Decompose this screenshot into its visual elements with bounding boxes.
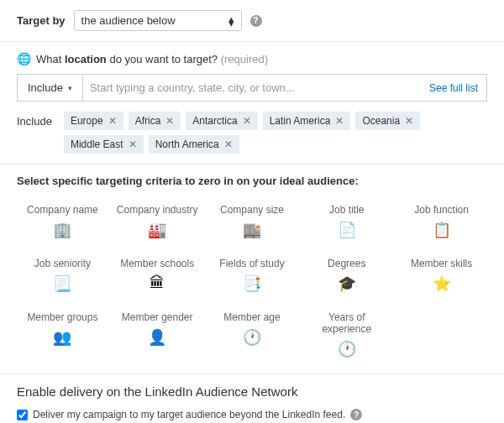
criteria-item[interactable]: Degrees🎓	[301, 253, 392, 298]
criteria-icon: 🏭	[148, 222, 166, 238]
criteria-label: Member skills	[397, 258, 486, 269]
delivery-heading: Enable delivery on the LinkedIn Audience…	[17, 384, 487, 399]
criteria-label: Fields of study	[208, 258, 297, 269]
tag-label: Antarctica	[192, 115, 237, 127]
criteria-label: Member age	[208, 311, 297, 323]
tag-label: Latin America	[270, 115, 331, 127]
remove-tag-icon[interactable]: ✕	[335, 115, 344, 127]
criteria-icon: 📑	[243, 275, 261, 292]
criteria-label: Job title	[302, 204, 391, 216]
remove-tag-icon[interactable]: ✕	[129, 138, 137, 150]
remove-tag-icon[interactable]: ✕	[405, 115, 413, 127]
criteria-item[interactable]: Member groups👥	[17, 306, 108, 363]
criteria-item[interactable]: Member skills⭐	[396, 253, 487, 298]
delivery-beyond-checkbox[interactable]	[17, 410, 28, 420]
include-label: Include	[28, 81, 63, 94]
location-tag: North America✕	[149, 135, 239, 154]
criteria-item[interactable]: Member gender👤	[112, 306, 203, 363]
help-icon[interactable]: ?	[250, 15, 262, 27]
tag-label: North America	[155, 138, 219, 150]
criteria-label: Job function	[397, 204, 486, 216]
criteria-icon: 📄	[338, 222, 356, 238]
target-by-value: the audience below	[81, 14, 176, 27]
criteria-icon: 📃	[53, 275, 71, 292]
chevron-down-icon: ▾	[68, 84, 72, 92]
criteria-item[interactable]: Company size🏬	[207, 199, 298, 244]
criteria-icon: 🏬	[243, 222, 261, 238]
criteria-label: Member schools	[113, 258, 202, 269]
criteria-heading: Select specific targeting criteria to ze…	[17, 175, 487, 187]
criteria-label: Member gender	[113, 311, 202, 323]
criteria-label: Degrees	[302, 258, 391, 269]
location-question: What location do you want to target? (re…	[36, 53, 268, 65]
tag-label: Middle East	[71, 138, 123, 150]
target-by-label: Target by	[17, 14, 66, 27]
criteria-item[interactable]: Job function📋	[396, 199, 487, 244]
tag-label: Africa	[135, 115, 161, 127]
criteria-label: Years of experience	[302, 311, 391, 335]
include-exclude-dropdown[interactable]: Include ▾	[18, 75, 83, 101]
criteria-item[interactable]: Company name🏢	[17, 199, 108, 244]
criteria-item[interactable]: Job seniority📃	[17, 253, 108, 298]
criteria-icon: 📋	[433, 222, 451, 238]
tag-label: Oceania	[362, 115, 400, 127]
delivery-beyond-label: Deliver my campaign to my target audienc…	[33, 409, 345, 420]
remove-tag-icon[interactable]: ✕	[165, 115, 174, 127]
location-tag: Africa✕	[129, 112, 181, 130]
globe-icon: 🌐	[17, 52, 31, 65]
criteria-item[interactable]: Company industry🏭	[112, 199, 203, 244]
criteria-icon: 🏢	[53, 222, 71, 238]
remove-tag-icon[interactable]: ✕	[224, 138, 233, 150]
criteria-icon: 🕐	[338, 341, 356, 358]
target-by-select[interactable]: the audience below ▴▾	[74, 10, 242, 31]
criteria-item[interactable]: Member schools🏛	[112, 253, 203, 298]
criteria-icon: 🕐	[243, 329, 261, 346]
include-tags-label: Include	[17, 112, 52, 128]
location-tag: Middle East✕	[64, 135, 144, 154]
criteria-item[interactable]: Years of experience🕐	[301, 306, 392, 363]
criteria-label: Company name	[18, 204, 107, 216]
criteria-label: Job seniority	[18, 258, 107, 269]
criteria-item[interactable]: Member age🕐	[207, 306, 298, 363]
location-tag: Latin America✕	[263, 112, 351, 130]
location-tag: Oceania✕	[355, 112, 420, 130]
criteria-icon: 🎓	[338, 275, 356, 292]
remove-tag-icon[interactable]: ✕	[243, 115, 251, 127]
criteria-icon: 🏛	[150, 274, 165, 291]
criteria-icon: ⭐	[433, 275, 451, 292]
remove-tag-icon[interactable]: ✕	[108, 115, 117, 127]
help-icon[interactable]: ?	[350, 409, 362, 420]
location-tag: Europe✕	[64, 112, 123, 130]
criteria-item[interactable]: Fields of study📑	[207, 253, 298, 298]
criteria-item[interactable]: Job title📄	[301, 199, 392, 244]
criteria-icon: 👥	[53, 329, 71, 346]
criteria-label: Company industry	[113, 204, 202, 216]
chevron-updown-icon: ▴▾	[228, 17, 234, 25]
location-tag: Antarctica✕	[186, 112, 257, 130]
see-full-list-link[interactable]: See full list	[421, 75, 486, 101]
tag-label: Europe	[71, 115, 103, 127]
delivery-beyond-checkbox-row[interactable]: Deliver my campaign to my target audienc…	[17, 409, 487, 420]
criteria-label: Member groups	[18, 311, 107, 323]
location-input[interactable]	[83, 75, 421, 101]
criteria-label: Company size	[208, 204, 297, 216]
criteria-icon: 👤	[148, 329, 166, 346]
